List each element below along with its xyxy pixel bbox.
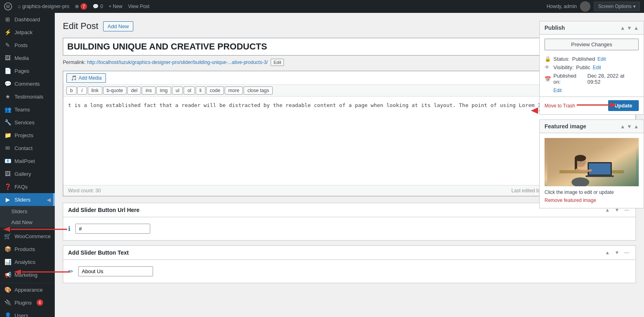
featured-image-close-btn[interactable]: ▲ bbox=[634, 124, 639, 130]
update-button[interactable]: Update bbox=[608, 100, 639, 111]
projects-icon: 📁 bbox=[4, 132, 11, 138]
sidebar-item-plugins[interactable]: 🔌 Plugins 4 bbox=[0, 296, 55, 309]
sliders-icon: ▶ bbox=[4, 196, 11, 203]
published-edit-link[interactable]: Edit bbox=[553, 88, 562, 93]
fmt-btn-ul[interactable]: ul bbox=[172, 86, 183, 95]
sidebar-item-projects[interactable]: 📁 Projects bbox=[0, 129, 55, 142]
sidebar-item-products[interactable]: 📦 Products bbox=[0, 243, 55, 255]
fmt-btn-link[interactable]: link bbox=[88, 86, 102, 95]
move-to-trash-link[interactable]: Move to Trash bbox=[545, 103, 575, 109]
fmt-btn-b[interactable]: b bbox=[66, 86, 77, 95]
publish-up-btn[interactable]: ▲ bbox=[620, 25, 625, 31]
sidebar-item-sliders[interactable]: ▶ Sliders ◀ bbox=[0, 193, 55, 206]
fmt-btn-i[interactable]: i bbox=[77, 86, 87, 95]
edit-icon: ✏ bbox=[68, 268, 73, 275]
faqs-icon: ❓ bbox=[4, 183, 11, 190]
fmt-btn-close-tags[interactable]: close tags bbox=[244, 86, 273, 95]
visibility-edit-link[interactable]: Edit bbox=[593, 65, 601, 70]
status-edit-link[interactable]: Edit bbox=[598, 56, 606, 62]
mailpoet-icon: 📧 bbox=[4, 158, 11, 164]
comments-item[interactable]: 💬 0 bbox=[93, 4, 103, 9]
users-icon: 👤 bbox=[4, 312, 11, 317]
permalink-url[interactable]: http://localhost/luzuk/graphics-designer… bbox=[87, 60, 268, 65]
visibility-value: Public bbox=[576, 64, 590, 70]
featured-image-up-btn[interactable]: ▲ bbox=[620, 124, 625, 130]
publish-close-btn[interactable]: ▲ bbox=[634, 25, 639, 31]
featured-image-down-btn[interactable]: ▼ bbox=[627, 124, 632, 130]
meta-box-title-slider-url: Add Slider Button Url Here bbox=[68, 207, 139, 213]
screen-options-button[interactable]: Screen Options ▾ bbox=[594, 2, 640, 11]
sidebar: ⊞ Dashboard ⚡ Jetpack ✎ Posts 🖼 Media 📄 … bbox=[0, 13, 55, 317]
jetpack-icon: ⚡ bbox=[4, 29, 11, 35]
top-bar-left: W ⌂ graphics-designer-pro ⊕ 7 💬 0 + New … bbox=[4, 2, 149, 10]
fmt-btn-img[interactable]: img bbox=[156, 86, 171, 95]
meta-box-title-slider-text: Add Slider Button Text bbox=[68, 249, 129, 256]
sidebar-label-sliders: Sliders bbox=[14, 197, 31, 203]
url-input-wrapper bbox=[75, 224, 150, 234]
wp-logo-item[interactable]: W bbox=[4, 2, 12, 10]
sidebar-label-analytics: Analytics bbox=[14, 259, 35, 265]
fmt-btn-del[interactable]: del bbox=[127, 86, 141, 95]
sidebar-label-services: Services bbox=[14, 119, 35, 126]
updates-item[interactable]: ⊕ 7 bbox=[75, 3, 87, 10]
media-icon: 🖼 bbox=[4, 55, 11, 61]
site-name-item[interactable]: ⌂ graphics-designer-pro bbox=[18, 4, 69, 9]
sidebar-item-mailpoet[interactable]: 📧 MailPoet bbox=[0, 154, 55, 167]
sidebar-item-media[interactable]: 🖼 Media bbox=[0, 51, 55, 64]
comments-count: 0 bbox=[100, 4, 103, 9]
fmt-btn-ol[interactable]: ol bbox=[184, 86, 195, 95]
sidebar-item-pages[interactable]: 📄 Pages bbox=[0, 64, 55, 77]
info-icon: ℹ bbox=[68, 225, 70, 233]
sidebar-label-dashboard: Dashboard bbox=[14, 16, 40, 23]
slider-text-input[interactable] bbox=[78, 266, 153, 276]
sidebar-item-testimonials[interactable]: ★ Testimonials bbox=[0, 90, 55, 103]
comments-icon: 💬 bbox=[93, 4, 99, 9]
sidebar-label-appearance: Appearance bbox=[14, 287, 43, 293]
sidebar-item-woocommerce[interactable]: 🛒 WooCommerce bbox=[0, 230, 55, 243]
appearance-icon: 🎨 bbox=[4, 286, 11, 293]
sidebar-item-contact[interactable]: ✉ Contact bbox=[0, 142, 55, 154]
sidebar-item-appearance[interactable]: 🎨 Appearance bbox=[0, 283, 55, 296]
view-post-item[interactable]: View Post bbox=[128, 4, 149, 9]
sidebar-item-faqs[interactable]: ❓ FAQs bbox=[0, 180, 55, 193]
fmt-btn-bquote[interactable]: b-quote bbox=[103, 86, 127, 95]
sidebar-item-gallery[interactable]: 🖼 Gallery bbox=[0, 167, 55, 180]
right-sidebar: Publish ▲ ▼ ▲ Preview Changes 🔒 Status: … bbox=[539, 13, 644, 317]
sidebar-item-jetpack[interactable]: ⚡ Jetpack bbox=[0, 26, 55, 39]
sidebar-item-posts[interactable]: ✎ Posts bbox=[0, 39, 55, 51]
sidebar-item-comments[interactable]: 💬 Comments bbox=[0, 77, 55, 90]
preview-changes-button[interactable]: Preview Changes bbox=[545, 39, 639, 50]
publish-footer: Move to Trash Update bbox=[540, 97, 644, 114]
new-item[interactable]: + New bbox=[109, 4, 122, 9]
add-media-button[interactable]: 🎵 Add Media bbox=[66, 73, 106, 83]
sidebar-item-teams[interactable]: 👥 Teams bbox=[0, 103, 55, 116]
sidebar-item-marketing[interactable]: 📢 Marketing bbox=[0, 268, 55, 281]
featured-image-svg bbox=[545, 138, 639, 186]
svg-text:W: W bbox=[6, 4, 10, 9]
fmt-btn-li[interactable]: li bbox=[196, 86, 205, 95]
sidebar-item-users[interactable]: 👤 Users bbox=[0, 309, 55, 317]
sidebar-item-dashboard[interactable]: ⊞ Dashboard bbox=[0, 13, 55, 26]
publish-box: Publish ▲ ▼ ▲ Preview Changes 🔒 Status: … bbox=[539, 21, 644, 115]
featured-image-preview[interactable] bbox=[545, 138, 639, 186]
chevron-down-icon: ▾ bbox=[633, 4, 636, 9]
slider-url-input[interactable] bbox=[75, 224, 150, 234]
sidebar-item-analytics[interactable]: 📊 Analytics bbox=[0, 255, 55, 268]
sidebar-label-projects: Projects bbox=[14, 132, 33, 138]
fmt-btn-more[interactable]: more bbox=[225, 86, 243, 95]
add-new-button[interactable]: Add New bbox=[103, 21, 133, 31]
sidebar-item-services[interactable]: 🔧 Services bbox=[0, 116, 55, 129]
remove-featured-image-link[interactable]: Remove featured image bbox=[545, 198, 639, 203]
fmt-btn-code[interactable]: code bbox=[206, 86, 224, 95]
sidebar-label-posts: Posts bbox=[14, 42, 28, 48]
sidebar-sub-item-add-new[interactable]: Add New bbox=[0, 217, 55, 228]
publish-down-btn[interactable]: ▼ bbox=[627, 25, 632, 31]
sidebar-label-plugins: Plugins bbox=[14, 300, 32, 306]
sidebar-sub-item-sliders[interactable]: Sliders bbox=[0, 206, 55, 217]
published-value: Dec 28, 2022 at 09:52 bbox=[588, 73, 639, 85]
publish-status-row: 🔒 Status: Published Edit bbox=[545, 56, 639, 62]
permalink-edit-button[interactable]: Edit bbox=[271, 59, 284, 66]
published-label: Published on: bbox=[553, 73, 585, 85]
fmt-btn-ins[interactable]: ins bbox=[142, 86, 155, 95]
calendar-icon: 📅 bbox=[545, 76, 551, 82]
